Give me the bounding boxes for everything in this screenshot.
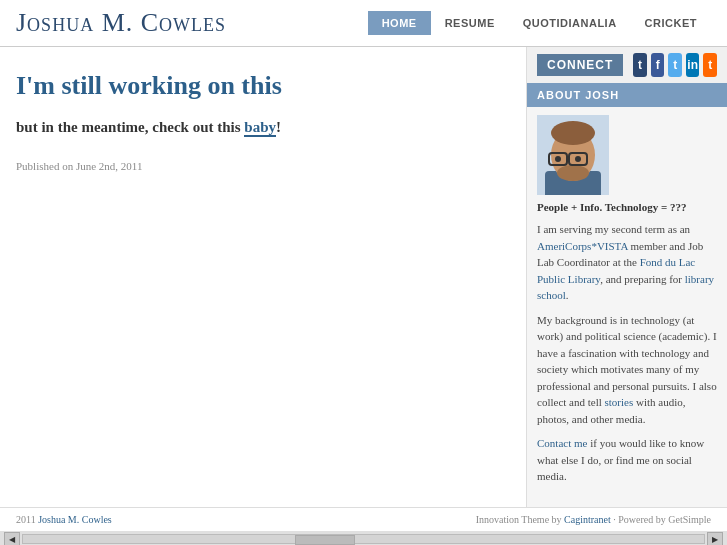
sidebar: CONNECT t f t in t About Josh [527,47,727,507]
svg-point-5 [557,165,589,181]
svg-point-4 [551,121,595,145]
footer-theme: Innovation Theme by Cagintranet · Powere… [476,514,711,525]
nav-home[interactable]: HOME [368,11,431,35]
about-para-1: I am serving my second term as an AmeriC… [537,221,717,304]
cagintranet-link[interactable]: Cagintranet [564,514,611,525]
about-content: People + Info. Technology = ??? I am ser… [527,107,727,501]
footer: 2011 Joshua M. Cowles Innovation Theme b… [0,507,727,531]
nav: HOME RESUME QUOTIDIANALIA CRICKET [368,11,711,35]
tumblr-icon[interactable]: t [633,53,647,77]
avatar [537,115,609,195]
subtitle-after: ! [276,119,281,135]
about-text: I am serving my second term as an AmeriC… [537,221,717,485]
header: Joshua M. Cowles HOME RESUME QUOTIDIANAL… [0,0,727,47]
nav-cricket[interactable]: CRICKET [631,11,711,35]
scroll-left-btn[interactable]: ◀ [4,532,20,545]
scroll-track[interactable] [22,534,705,544]
scroll-right-btn[interactable]: ▶ [707,532,723,545]
main-subtitle: but in the meantime, check out this baby… [16,119,502,136]
nav-resume[interactable]: RESUME [431,11,509,35]
main-heading: I'm still working on this [16,71,502,101]
facebook-icon[interactable]: f [651,53,665,77]
scroll-thumb[interactable] [295,535,355,545]
connect-label: CONNECT [537,54,623,76]
americorps-link[interactable]: AmeriCorps*VISTA [537,240,628,252]
footer-copyright: 2011 Joshua M. Cowles [16,514,112,525]
library-link[interactable]: Fond du Lac Public Library [537,256,695,285]
connect-bar: CONNECT t f t in t [527,47,727,83]
nav-quotidianalia[interactable]: QUOTIDIANALIA [509,11,631,35]
layout: I'm still working on this but in the mea… [0,47,727,507]
published-date: Published on June 2nd, 2011 [16,160,502,172]
subtitle-before: but in the meantime, check out this [16,119,244,135]
horizontal-scrollbar[interactable]: ◀ ▶ [0,531,727,545]
about-para-2: My background is in technology (at work)… [537,312,717,428]
people-tech-label: People + Info. Technology = ??? [537,201,717,213]
twitter-icon[interactable]: t [668,53,682,77]
baby-link[interactable]: baby [244,119,276,137]
stories-link[interactable]: stories [605,396,634,408]
svg-point-10 [575,156,581,162]
rss-icon[interactable]: t [703,53,717,77]
avatar-svg [537,115,609,195]
about-header: About Josh [527,83,727,107]
about-para-3: Contact me if you would like to know wha… [537,435,717,485]
svg-point-9 [555,156,561,162]
contact-link[interactable]: Contact me [537,437,587,449]
footer-author-link[interactable]: Joshua M. Cowles [38,514,112,525]
site-title: Joshua M. Cowles [16,8,226,38]
main-content: I'm still working on this but in the mea… [0,47,527,507]
linkedin-icon[interactable]: in [686,53,700,77]
about-section: About Josh [527,83,727,501]
